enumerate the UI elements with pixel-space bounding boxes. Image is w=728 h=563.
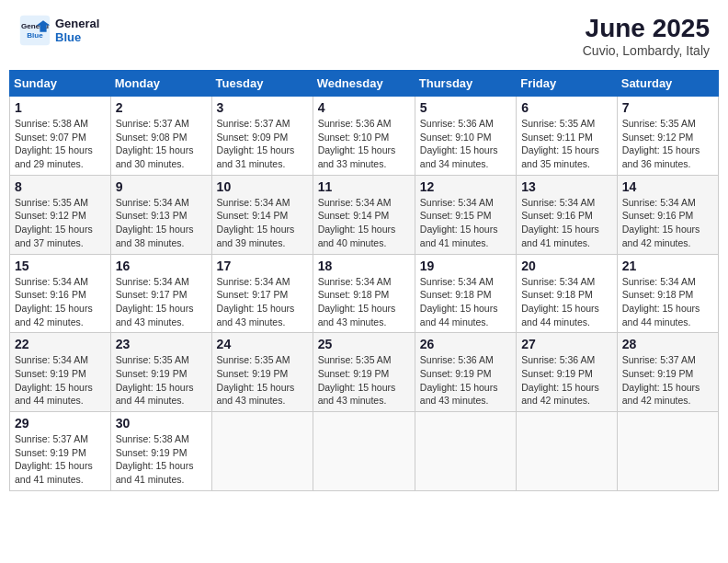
day-number: 3 — [217, 100, 308, 115]
header-saturday: Saturday — [617, 71, 718, 97]
calendar-week-row: 15 Sunrise: 5:34 AMSunset: 9:16 PMDaylig… — [10, 254, 719, 333]
calendar-cell — [617, 412, 718, 491]
calendar-cell: 1 Sunrise: 5:38 AMSunset: 9:07 PMDayligh… — [10, 97, 111, 176]
day-number: 26 — [420, 337, 511, 351]
header-monday: Monday — [110, 71, 211, 97]
day-info: Sunrise: 5:34 AMSunset: 9:15 PMDaylight:… — [420, 197, 498, 248]
header-tuesday: Tuesday — [211, 71, 313, 97]
logo-line1: General — [55, 17, 99, 30]
calendar-cell — [517, 412, 618, 491]
day-info: Sunrise: 5:36 AMSunset: 9:19 PMDaylight:… — [521, 354, 599, 406]
day-info: Sunrise: 5:36 AMSunset: 9:10 PMDaylight:… — [318, 118, 396, 169]
day-info: Sunrise: 5:34 AMSunset: 9:18 PMDaylight:… — [420, 276, 498, 327]
calendar-cell: 30 Sunrise: 5:38 AMSunset: 9:19 PMDaylig… — [110, 412, 211, 491]
calendar-cell: 6 Sunrise: 5:35 AMSunset: 9:11 PMDayligh… — [517, 97, 618, 176]
day-info: Sunrise: 5:34 AMSunset: 9:19 PMDaylight:… — [15, 354, 93, 406]
day-info: Sunrise: 5:37 AMSunset: 9:08 PMDaylight:… — [116, 118, 194, 169]
day-number: 30 — [116, 416, 207, 431]
header-friday: Friday — [517, 71, 618, 97]
day-number: 28 — [622, 337, 713, 351]
day-number: 23 — [116, 337, 207, 351]
calendar-week-row: 1 Sunrise: 5:38 AMSunset: 9:07 PMDayligh… — [10, 97, 719, 176]
day-number: 9 — [116, 179, 207, 194]
day-number: 2 — [116, 100, 207, 115]
day-info: Sunrise: 5:35 AMSunset: 9:12 PMDaylight:… — [15, 197, 93, 248]
calendar-cell: 17 Sunrise: 5:34 AMSunset: 9:17 PMDaylig… — [211, 254, 313, 333]
day-info: Sunrise: 5:34 AMSunset: 9:14 PMDaylight:… — [217, 197, 295, 248]
day-number: 7 — [622, 100, 713, 115]
page-header: General Blue General Blue June 2025 Cuvi… — [9, 9, 719, 63]
location: Cuvio, Lombardy, Italy — [583, 43, 710, 58]
calendar-cell: 29 Sunrise: 5:37 AMSunset: 9:19 PMDaylig… — [10, 412, 111, 491]
day-number: 6 — [521, 100, 612, 115]
calendar-cell: 11 Sunrise: 5:34 AMSunset: 9:14 PMDaylig… — [313, 175, 415, 254]
day-info: Sunrise: 5:34 AMSunset: 9:13 PMDaylight:… — [116, 197, 194, 248]
day-info: Sunrise: 5:36 AMSunset: 9:19 PMDaylight:… — [420, 354, 498, 406]
calendar-cell: 14 Sunrise: 5:34 AMSunset: 9:16 PMDaylig… — [617, 175, 718, 254]
title-area: June 2025 Cuvio, Lombardy, Italy — [583, 14, 710, 58]
calendar-week-row: 22 Sunrise: 5:34 AMSunset: 9:19 PMDaylig… — [10, 333, 719, 412]
calendar-cell: 4 Sunrise: 5:36 AMSunset: 9:10 PMDayligh… — [313, 97, 415, 176]
day-number: 8 — [15, 179, 106, 194]
day-number: 25 — [318, 337, 410, 351]
calendar-cell: 18 Sunrise: 5:34 AMSunset: 9:18 PMDaylig… — [313, 254, 415, 333]
day-number: 12 — [420, 179, 511, 194]
calendar-week-row: 29 Sunrise: 5:37 AMSunset: 9:19 PMDaylig… — [10, 412, 719, 491]
day-info: Sunrise: 5:38 AMSunset: 9:07 PMDaylight:… — [15, 118, 93, 169]
header-thursday: Thursday — [415, 71, 516, 97]
day-info: Sunrise: 5:37 AMSunset: 9:19 PMDaylight:… — [622, 354, 700, 406]
calendar-cell: 22 Sunrise: 5:34 AMSunset: 9:19 PMDaylig… — [10, 333, 111, 412]
day-number: 27 — [521, 337, 612, 351]
calendar-cell: 15 Sunrise: 5:34 AMSunset: 9:16 PMDaylig… — [10, 254, 111, 333]
calendar-week-row: 8 Sunrise: 5:35 AMSunset: 9:12 PMDayligh… — [10, 175, 719, 254]
day-info: Sunrise: 5:35 AMSunset: 9:12 PMDaylight:… — [622, 118, 700, 169]
day-info: Sunrise: 5:34 AMSunset: 9:18 PMDaylight:… — [622, 276, 700, 327]
day-info: Sunrise: 5:34 AMSunset: 9:17 PMDaylight:… — [116, 276, 194, 327]
day-number: 29 — [15, 416, 106, 431]
day-number: 14 — [622, 179, 713, 194]
day-number: 5 — [420, 100, 511, 115]
day-info: Sunrise: 5:37 AMSunset: 9:09 PMDaylight:… — [217, 118, 295, 169]
calendar-cell: 23 Sunrise: 5:35 AMSunset: 9:19 PMDaylig… — [110, 333, 211, 412]
day-info: Sunrise: 5:34 AMSunset: 9:16 PMDaylight:… — [622, 197, 700, 248]
svg-text:Blue: Blue — [27, 31, 43, 40]
day-info: Sunrise: 5:35 AMSunset: 9:19 PMDaylight:… — [217, 354, 295, 406]
calendar-cell — [211, 412, 313, 491]
calendar-cell: 19 Sunrise: 5:34 AMSunset: 9:18 PMDaylig… — [415, 254, 516, 333]
calendar-cell: 8 Sunrise: 5:35 AMSunset: 9:12 PMDayligh… — [10, 175, 111, 254]
day-info: Sunrise: 5:38 AMSunset: 9:19 PMDaylight:… — [116, 433, 194, 485]
calendar-cell: 27 Sunrise: 5:36 AMSunset: 9:19 PMDaylig… — [517, 333, 618, 412]
header-wednesday: Wednesday — [313, 71, 415, 97]
calendar-cell: 7 Sunrise: 5:35 AMSunset: 9:12 PMDayligh… — [617, 97, 718, 176]
day-info: Sunrise: 5:35 AMSunset: 9:11 PMDaylight:… — [521, 118, 599, 169]
day-info: Sunrise: 5:37 AMSunset: 9:19 PMDaylight:… — [15, 433, 93, 485]
day-number: 1 — [15, 100, 106, 115]
day-number: 4 — [318, 100, 410, 115]
day-number: 11 — [318, 179, 410, 194]
calendar-cell: 12 Sunrise: 5:34 AMSunset: 9:15 PMDaylig… — [415, 175, 516, 254]
calendar-cell — [313, 412, 415, 491]
month-year: June 2025 — [583, 14, 710, 43]
calendar-cell: 5 Sunrise: 5:36 AMSunset: 9:10 PMDayligh… — [415, 97, 516, 176]
day-number: 15 — [15, 259, 106, 273]
calendar-cell: 9 Sunrise: 5:34 AMSunset: 9:13 PMDayligh… — [110, 175, 211, 254]
day-number: 18 — [318, 259, 410, 273]
calendar-cell: 21 Sunrise: 5:34 AMSunset: 9:18 PMDaylig… — [617, 254, 718, 333]
calendar-table: SundayMondayTuesdayWednesdayThursdayFrid… — [9, 70, 719, 491]
day-number: 19 — [420, 259, 511, 273]
day-info: Sunrise: 5:34 AMSunset: 9:16 PMDaylight:… — [521, 197, 599, 248]
day-info: Sunrise: 5:34 AMSunset: 9:18 PMDaylight:… — [521, 276, 599, 327]
day-number: 24 — [217, 337, 308, 351]
day-info: Sunrise: 5:34 AMSunset: 9:17 PMDaylight:… — [217, 276, 295, 327]
day-info: Sunrise: 5:34 AMSunset: 9:16 PMDaylight:… — [15, 276, 93, 327]
calendar-cell: 3 Sunrise: 5:37 AMSunset: 9:09 PMDayligh… — [211, 97, 313, 176]
calendar-cell: 2 Sunrise: 5:37 AMSunset: 9:08 PMDayligh… — [110, 97, 211, 176]
day-number: 17 — [217, 259, 308, 273]
day-number: 20 — [521, 259, 612, 273]
day-number: 10 — [217, 179, 308, 194]
day-number: 21 — [622, 259, 713, 273]
logo-line2: Blue — [55, 30, 99, 44]
calendar-cell: 26 Sunrise: 5:36 AMSunset: 9:19 PMDaylig… — [415, 333, 516, 412]
calendar-cell: 20 Sunrise: 5:34 AMSunset: 9:18 PMDaylig… — [517, 254, 618, 333]
logo-icon: General Blue — [18, 14, 51, 47]
